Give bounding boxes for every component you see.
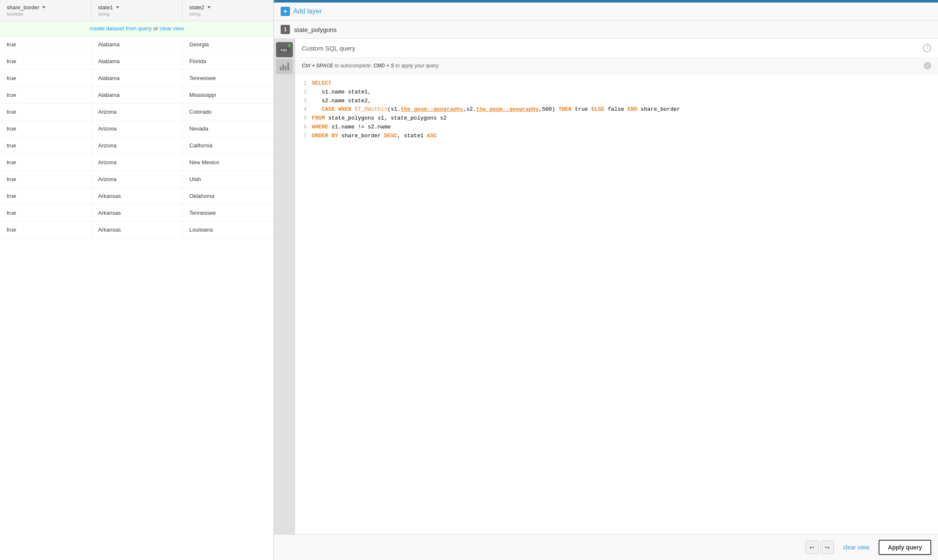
line-number: 6 xyxy=(295,123,312,132)
table-cell-share_border: true xyxy=(0,221,91,238)
col-type-state1: string xyxy=(98,11,176,16)
code-line: 6WHERE s1.name != s2.name xyxy=(295,123,938,132)
bottom-action-bar: ↩ ↪ clear view Apply query xyxy=(274,534,938,560)
table-cell-share_border: true xyxy=(0,36,91,53)
table-cell-state2: Tennessee xyxy=(182,70,273,86)
table-row: trueAlabamaMississippi xyxy=(0,87,273,104)
line-content: ORDER BY share_border DESC, state1 ASC xyxy=(312,132,938,141)
active-indicator xyxy=(288,44,291,47)
table-cell-share_border: true xyxy=(0,205,91,221)
table-cell-state1: Arkansas xyxy=(91,221,183,238)
line-number: 3 xyxy=(295,97,312,106)
line-number: 1 xyxy=(295,79,312,88)
table-row: trueArizonaUtah xyxy=(0,171,273,188)
line-number: 4 xyxy=(295,105,312,114)
right-panel: + Add layer 1 state_polygons SQL xyxy=(274,0,938,560)
table-cell-state2: Nevada xyxy=(182,120,273,137)
line-content: CASE WHEN ST_DWithin(s1.the_geom::geogra… xyxy=(312,105,938,114)
line-content: SELECT xyxy=(312,79,938,88)
table-cell-share_border: true xyxy=(0,104,91,120)
table-cell-share_border: true xyxy=(0,53,91,69)
table-cell-share_border: true xyxy=(0,171,91,187)
add-layer-bar: + Add layer xyxy=(274,3,938,21)
data-table-panel: share_border boolean state1 string state… xyxy=(0,0,274,560)
clear-view-button[interactable]: clear view xyxy=(839,541,874,553)
table-cell-state1: Arizona xyxy=(91,137,183,154)
table-cell-state1: Arizona xyxy=(91,171,183,187)
code-line: 3 s2.name state2, xyxy=(295,97,938,106)
sql-panel-header: Custom SQL query ? xyxy=(295,39,938,58)
table-cell-state1: Alabama xyxy=(91,87,183,103)
col-header-state2[interactable]: state2 string xyxy=(182,0,273,21)
table-cell-state2: California xyxy=(182,137,273,154)
chevron-down-icon xyxy=(207,6,211,8)
table-cell-state1: Arizona xyxy=(91,104,183,120)
sidebar-icons: SQL xyxy=(274,39,295,534)
table-row: trueArkansasOklahoma xyxy=(0,188,273,205)
table-cell-state1: Arkansas xyxy=(91,205,183,221)
layer-number: 1 xyxy=(281,25,290,34)
layer-name: state_polygons xyxy=(294,26,337,33)
col-type-share-border: boolean xyxy=(7,11,84,16)
table-row: trueAlabamaFlorida xyxy=(0,53,273,70)
redo-button[interactable]: ↪ xyxy=(820,541,834,554)
hint-text: Ctrl + SPACE to autocomplete. CMD + S to… xyxy=(302,63,440,69)
table-header: share_border boolean state1 string state… xyxy=(0,0,273,21)
table-cell-state2: Mississippi xyxy=(182,87,273,103)
table-row: trueAlabamaTennessee xyxy=(0,70,273,87)
table-row: trueArizonaNew Mexico xyxy=(0,154,273,171)
code-line: 7ORDER BY share_border DESC, state1 ASC xyxy=(295,132,938,141)
line-content: WHERE s1.name != s2.name xyxy=(312,123,938,132)
table-cell-state1: Arkansas xyxy=(91,188,183,204)
table-cell-state2: Colorado xyxy=(182,104,273,120)
line-number: 7 xyxy=(295,132,312,141)
col-header-share-border[interactable]: share_border boolean xyxy=(0,0,91,21)
col-name-state2: state2 xyxy=(189,4,267,11)
table-body: trueAlabamaGeorgiatrueAlabamaFloridatrue… xyxy=(0,36,273,560)
table-cell-state1: Arizona xyxy=(91,120,183,137)
apply-query-button[interactable]: Apply query xyxy=(879,540,931,555)
table-cell-state2: Georgia xyxy=(182,36,273,53)
table-cell-share_border: true xyxy=(0,137,91,154)
line-number: 5 xyxy=(295,114,312,123)
create-dataset-link[interactable]: create dataset from query xyxy=(89,25,152,32)
table-cell-state2: New Mexico xyxy=(182,154,273,171)
table-cell-state1: Alabama xyxy=(91,70,183,86)
table-cell-state2: Florida xyxy=(182,53,273,69)
add-layer-icon[interactable]: + xyxy=(281,7,290,16)
table-cell-share_border: true xyxy=(0,70,91,86)
table-cell-state2: Louisiana xyxy=(182,221,273,238)
line-content: s2.name state2, xyxy=(312,97,938,106)
line-content: s1.name state1, xyxy=(312,88,938,97)
sql-editor-panel: Custom SQL query ? Ctrl + SPACE to autoc… xyxy=(295,39,938,534)
table-cell-share_border: true xyxy=(0,87,91,103)
table-row: trueArizonaNevada xyxy=(0,120,273,137)
help-icon[interactable]: ? xyxy=(923,44,931,52)
close-hint-button[interactable]: × xyxy=(924,62,931,69)
chart-icon-button[interactable] xyxy=(276,59,293,74)
line-number: 2 xyxy=(295,88,312,97)
undo-button[interactable]: ↩ xyxy=(805,541,819,554)
sql-badge: SQL xyxy=(279,48,289,52)
clear-view-link-table[interactable]: clear view xyxy=(160,25,184,32)
line-content: FROM state_polygons s1, state_polygons s… xyxy=(312,114,938,123)
code-editor[interactable]: 1SELECT2 s1.name state1,3 s2.name state2… xyxy=(295,74,938,534)
chevron-down-icon xyxy=(42,6,46,8)
table-cell-state2: Oklahoma xyxy=(182,188,273,204)
code-line: 2 s1.name state1, xyxy=(295,88,938,97)
table-cell-state2: Utah xyxy=(182,171,273,187)
table-cell-state1: Arizona xyxy=(91,154,183,171)
autocomplete-hint: Ctrl + SPACE to autocomplete. CMD + S to… xyxy=(295,58,938,74)
bar-chart-icon xyxy=(280,63,289,70)
table-row: trueArkansasTennessee xyxy=(0,205,273,221)
layer-item[interactable]: 1 state_polygons xyxy=(274,21,938,39)
col-header-state1[interactable]: state1 string xyxy=(91,0,183,21)
table-cell-share_border: true xyxy=(0,154,91,171)
table-cell-state1: Alabama xyxy=(91,36,183,53)
table-cell-share_border: true xyxy=(0,120,91,137)
sql-icon-button[interactable]: SQL xyxy=(276,42,293,57)
table-cell-share_border: true xyxy=(0,188,91,204)
chevron-down-icon xyxy=(116,6,119,8)
table-cell-state1: Alabama xyxy=(91,53,183,69)
add-layer-label: Add layer xyxy=(293,8,322,15)
